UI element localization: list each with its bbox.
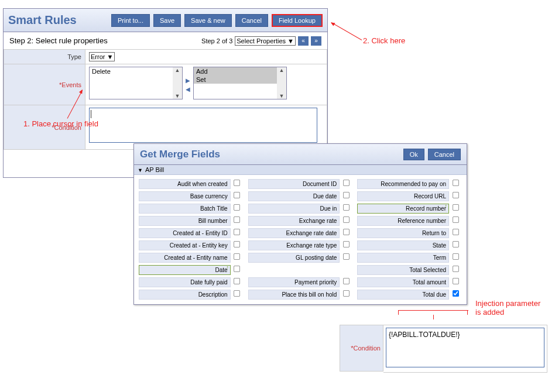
field-label[interactable]: Date fully paid [139,277,231,287]
field-label[interactable]: Exchange rate type [248,240,340,250]
field-label[interactable]: Audit when created [139,179,231,189]
field-label[interactable]: Total Selected [357,265,449,275]
condition-result-textarea[interactable] [386,328,544,367]
field-checkbox[interactable] [343,204,350,211]
field-label[interactable]: Document ID [248,179,340,189]
field-checkbox[interactable] [234,278,240,284]
field-label[interactable]: Recommended to pay on [357,179,449,189]
field-row: Date fully paid [139,277,244,287]
field-checkbox[interactable] [234,204,240,211]
field-label[interactable]: Exchange rate date [248,228,340,238]
field-checkbox[interactable] [234,229,240,235]
field-checkbox[interactable] [343,290,350,297]
field-label[interactable]: Created at - Entity name [139,253,231,263]
field-row: Bill number [139,215,244,226]
step-next-button[interactable]: » [311,36,321,46]
field-checkbox[interactable] [452,266,458,272]
annotation-1: 1. Place cursor in field [23,119,98,128]
field-checkbox[interactable] [452,253,458,260]
field-checkbox[interactable] [343,229,350,235]
field-checkbox[interactable] [343,253,350,260]
field-checkbox[interactable] [452,192,458,198]
field-row: Created at - Entity key [139,240,244,250]
field-label[interactable]: Date [139,265,231,275]
condition-textarea[interactable] [89,108,317,143]
field-label[interactable]: Term [357,253,449,263]
field-label[interactable]: Reference number [357,216,449,226]
field-label[interactable]: Place this bill on hold [248,290,340,300]
save-button[interactable]: Save [153,14,181,27]
field-label[interactable]: Created at - Entity key [139,240,231,250]
move-left-icon[interactable]: ◀ [185,86,191,92]
cancel-button[interactable]: Cancel [235,14,268,27]
field-checkbox[interactable] [343,180,350,186]
field-row: Due date [248,191,353,201]
field-label[interactable]: Record number [357,204,449,214]
accordion-label: AP Bill [145,166,164,173]
field-checkbox[interactable] [452,290,458,297]
list-item[interactable]: Delete [90,67,182,75]
field-label[interactable]: Description [139,290,231,300]
field-checkbox-wrap [340,228,352,238]
field-checkbox-wrap [449,289,462,300]
field-checkbox-wrap [449,252,462,263]
field-row: Total Selected [357,264,462,275]
field-checkbox-wrap [340,178,352,189]
list-scrollbar[interactable]: ▲▼ [173,67,182,99]
field-column: Recommended to pay onRecord URLRecord nu… [357,178,462,300]
step-select[interactable]: Select Properties ▼ [235,36,296,46]
field-checkbox[interactable] [452,241,458,247]
field-checkbox[interactable] [343,241,350,247]
field-label[interactable]: Bill number [139,216,231,226]
field-lookup-button[interactable]: Field Lookup [272,14,323,27]
field-checkbox[interactable] [234,192,240,198]
ok-button[interactable]: Ok [403,149,424,160]
dialog-cancel-button[interactable]: Cancel [428,149,461,160]
accordion-header[interactable]: ▼AP Bill [134,165,467,175]
field-column: Document IDDue dateDue inExchange rateEx… [248,178,353,300]
field-label[interactable]: GL posting date [248,253,340,263]
field-row: Exchange rate type [248,240,353,250]
field-label[interactable]: Total due [357,290,449,300]
events-available-list[interactable]: Delete ▲▼ [89,67,183,99]
field-label[interactable]: State [357,240,449,250]
field-checkbox[interactable] [343,192,350,198]
field-checkbox-wrap [340,277,352,287]
field-label[interactable]: Record URL [357,191,449,201]
field-checkbox[interactable] [452,204,458,211]
field-label[interactable]: Total amount [357,277,449,287]
step-prev-button[interactable]: « [298,36,309,46]
field-checkbox-wrap [449,240,462,250]
field-checkbox[interactable] [234,180,240,186]
field-checkbox[interactable] [234,266,240,272]
field-checkbox[interactable] [234,216,240,223]
merge-fields-dialog: Get Merge Fields Ok Cancel ▼AP Bill Audi… [133,143,467,305]
save-new-button[interactable]: Save & new [184,14,232,27]
field-label[interactable]: Return to [357,228,449,238]
print-button[interactable]: Print to... [111,14,150,27]
field-label[interactable]: Created at - Entity ID [139,228,231,238]
field-checkbox[interactable] [234,290,240,297]
field-label[interactable]: Due date [248,191,340,201]
field-checkbox[interactable] [452,229,458,235]
events-selected-list[interactable]: Add Set ▲▼ [193,67,287,99]
field-checkbox[interactable] [452,180,458,186]
field-checkbox[interactable] [234,241,240,247]
field-checkbox[interactable] [452,216,458,223]
field-checkbox-wrap [449,178,462,189]
field-label[interactable]: Payment priority [248,277,340,287]
field-checkbox[interactable] [343,278,350,284]
list-scrollbar[interactable]: ▲▼ [277,67,286,99]
list-item[interactable]: Set [194,75,286,84]
field-checkbox-wrap [231,228,244,238]
field-checkbox[interactable] [452,278,458,284]
field-label[interactable]: Exchange rate [248,216,340,226]
move-right-icon[interactable]: ▶ [185,77,191,84]
field-checkbox[interactable] [234,253,240,260]
type-select[interactable]: Error ▼ [89,52,115,61]
list-item[interactable]: Add [194,67,286,75]
field-label[interactable]: Due in [248,204,340,214]
field-checkbox[interactable] [343,216,350,223]
field-label[interactable]: Base currency [139,191,231,201]
field-label[interactable]: Batch Title [139,204,231,214]
